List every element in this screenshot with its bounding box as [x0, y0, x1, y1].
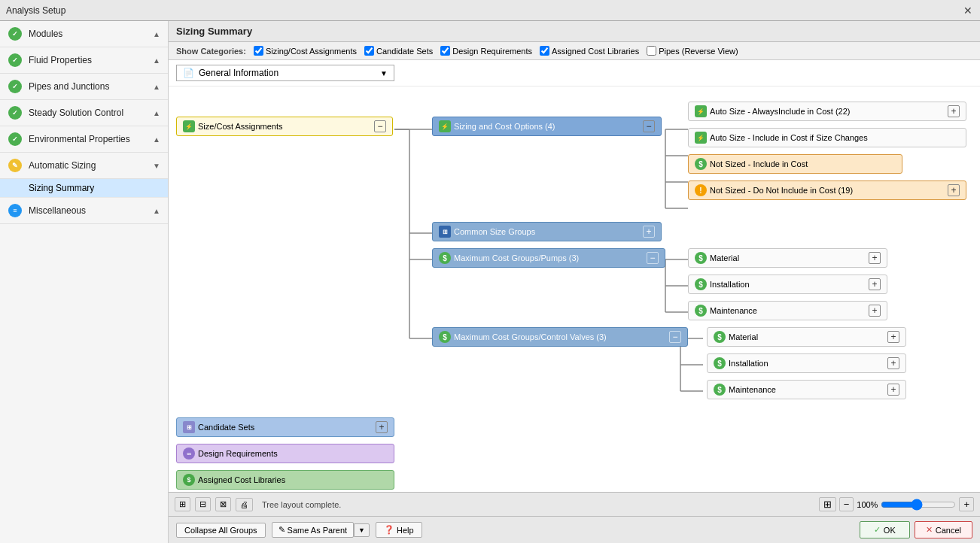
node-maintenance2[interactable]: $ Maintenance +	[707, 380, 906, 399]
size-cost-minus[interactable]: −	[374, 120, 386, 132]
node-auto-include[interactable]: ⚡ Auto Size - Include in Cost if Size Ch…	[688, 128, 966, 147]
ok-label: OK	[884, 526, 896, 535]
size-cost-label: Size/Cost Assignments	[198, 122, 283, 131]
footer-toolbar: ⊞ ⊟ ⊠ 🖨 Tree layout complete. ⊞ − 100% +	[169, 492, 980, 516]
sidebar-item-modules[interactable]: ✓ Modules ▲	[0, 21, 168, 47]
same-as-parent-btn[interactable]: ✎ Same As Parent	[272, 522, 355, 538]
maintenance1-plus[interactable]: +	[869, 305, 881, 317]
sizing-opts-label: Sizing and Cost Options (4)	[454, 122, 555, 131]
diagram-scroll-area[interactable]: 📄 General Information ▼	[169, 60, 980, 492]
zoom-out-btn[interactable]: −	[839, 497, 854, 511]
cat-assigned-check[interactable]	[540, 46, 549, 56]
common-size-plus[interactable]: +	[643, 226, 655, 238]
material2-plus[interactable]: +	[887, 331, 899, 343]
node-material1[interactable]: $ Material +	[688, 248, 887, 268]
general-info-bar: 📄 General Information ▼	[169, 60, 980, 86]
node-assigned-cost[interactable]: $ Assigned Cost Libraries	[176, 470, 394, 490]
cat-candidate-check[interactable]	[364, 46, 374, 56]
node-candidate-sets[interactable]: ⊞ Candidate Sets +	[176, 417, 394, 437]
cat-candidate[interactable]: Candidate Sets	[364, 46, 433, 56]
same-as-parent-dropdown[interactable]: ▼	[354, 523, 370, 537]
node-design-req[interactable]: ∞ Design Requirements	[176, 444, 394, 463]
cat-pipes[interactable]: Pipes (Reverse View)	[647, 46, 738, 56]
node-common-size[interactable]: ⊞ Common Size Groups +	[432, 222, 662, 241]
toolbar-btn-collapse[interactable]: ⊠	[215, 497, 231, 511]
cat-design[interactable]: Design Requirements	[440, 46, 532, 56]
help-btn[interactable]: ❓ Help	[376, 522, 422, 538]
toolbar-btn-layout[interactable]: ⊞	[175, 497, 190, 511]
general-info-chevron: ▼	[380, 69, 388, 77]
action-bar: Collapse All Groups ✎ Same As Parent ▼ ❓…	[169, 516, 980, 543]
close-button[interactable]: ✕	[962, 5, 974, 17]
maintenance1-label: Maintenance	[710, 306, 757, 315]
node-material2[interactable]: $ Material +	[707, 327, 906, 347]
node-installation2[interactable]: $ Installation +	[707, 353, 906, 373]
auto-always-label: Auto Size - AlwaysInclude in Cost (22)	[710, 107, 850, 116]
sidebar-item-pipes[interactable]: ✓ Pipes and Junctions ▲	[0, 74, 168, 100]
size-cost-icon: ⚡	[183, 120, 195, 132]
not-sized-include-icon: $	[695, 158, 707, 170]
assigned-cost-label: Assigned Cost Libraries	[198, 475, 285, 484]
fluid-chevron: ▲	[153, 56, 160, 65]
installation1-plus[interactable]: +	[869, 278, 881, 290]
action-bar-left: Collapse All Groups ✎ Same As Parent ▼ ❓…	[176, 522, 422, 538]
node-max-valves[interactable]: $ Maximum Cost Groups/Control Valves (3)…	[432, 327, 688, 347]
max-valves-minus[interactable]: −	[669, 331, 681, 343]
sidebar-label-pipes: Pipes and Junctions	[29, 81, 109, 92]
cat-pipes-check[interactable]	[647, 46, 656, 56]
sidebar-label-fluid: Fluid Properties	[29, 55, 92, 65]
zoom-level: 100%	[857, 500, 878, 509]
node-sizing-opts[interactable]: ⚡ Sizing and Cost Options (4) −	[432, 117, 662, 136]
installation2-plus[interactable]: +	[887, 357, 899, 369]
sidebar: ✓ Modules ▲ ✓ Fluid Properties ▲ ✓ Pipes…	[0, 21, 169, 543]
candidate-plus[interactable]: +	[376, 421, 388, 433]
zoom-slider[interactable]	[881, 499, 956, 511]
fluid-icon: ✓	[8, 53, 23, 68]
sidebar-item-fluid[interactable]: ✓ Fluid Properties ▲	[0, 47, 168, 74]
node-auto-always[interactable]: ⚡ Auto Size - AlwaysInclude in Cost (22)…	[688, 102, 966, 121]
cat-assigned[interactable]: Assigned Cost Libraries	[540, 46, 639, 56]
cat-design-check[interactable]	[440, 46, 450, 56]
node-not-sized-include[interactable]: $ Not Sized - Include in Cost	[688, 154, 902, 174]
toolbar-btn-print[interactable]: 🖨	[236, 498, 253, 511]
sidebar-item-misc[interactable]: ≡ Miscellaneous ▲	[0, 198, 168, 224]
auto-always-plus[interactable]: +	[948, 105, 960, 117]
sidebar-item-sizing-summary[interactable]: Sizing Summary	[0, 179, 168, 198]
maintenance2-plus[interactable]: +	[887, 384, 899, 396]
sidebar-item-env[interactable]: ✓ Environmental Properties ▲	[0, 126, 168, 153]
cat-sizing-cost-check[interactable]	[254, 46, 263, 56]
zoom-in-btn[interactable]: +	[959, 497, 974, 511]
max-pumps-minus[interactable]: −	[647, 252, 659, 264]
collapse-all-btn[interactable]: Collapse All Groups	[176, 523, 266, 538]
ok-btn[interactable]: ✓ OK	[860, 521, 910, 538]
action-bar-right: ✓ OK ✕ Cancel	[860, 521, 972, 538]
node-size-cost[interactable]: ⚡ Size/Cost Assignments −	[176, 117, 393, 136]
material2-icon: $	[714, 331, 726, 343]
not-sized-donot-label: Not Sized - Do Not Include in Cost (19)	[710, 186, 853, 195]
general-info-label: General Information	[199, 68, 278, 78]
cancel-label: Cancel	[936, 526, 961, 535]
same-as-parent-label: Same As Parent	[288, 526, 348, 535]
content-title: Sizing Summary	[176, 26, 252, 37]
node-max-pumps[interactable]: $ Maximum Cost Groups/Pumps (3) −	[432, 248, 665, 268]
modules-icon: ✓	[8, 26, 23, 41]
steady-chevron: ▲	[153, 109, 160, 117]
auto-include-label: Auto Size - Include in Cost if Size Chan…	[710, 133, 868, 142]
material1-plus[interactable]: +	[869, 252, 881, 264]
fit-zoom-btn[interactable]: ⊞	[819, 497, 836, 511]
sidebar-item-auto[interactable]: ✎ Automatic Sizing ▼	[0, 153, 168, 179]
cancel-btn[interactable]: ✕ Cancel	[915, 521, 972, 538]
sidebar-item-steady[interactable]: ✓ Steady Solution Control ▲	[0, 100, 168, 126]
node-maintenance1[interactable]: $ Maintenance +	[688, 301, 887, 320]
sidebar-label-auto: Automatic Sizing	[29, 160, 96, 171]
sizing-opts-minus[interactable]: −	[643, 120, 655, 132]
candidate-icon: ⊞	[183, 421, 195, 433]
node-not-sized-donot[interactable]: ! Not Sized - Do Not Include in Cost (19…	[688, 180, 966, 200]
general-info-dropdown[interactable]: 📄 General Information ▼	[176, 65, 394, 81]
content-header: Sizing Summary	[169, 21, 980, 42]
not-sized-donot-plus[interactable]: +	[948, 184, 960, 196]
pipes-icon: ✓	[8, 79, 23, 94]
cat-sizing-cost[interactable]: Sizing/Cost Assignments	[254, 46, 357, 56]
node-installation1[interactable]: $ Installation +	[688, 275, 887, 294]
toolbar-btn-expand[interactable]: ⊟	[195, 497, 211, 511]
